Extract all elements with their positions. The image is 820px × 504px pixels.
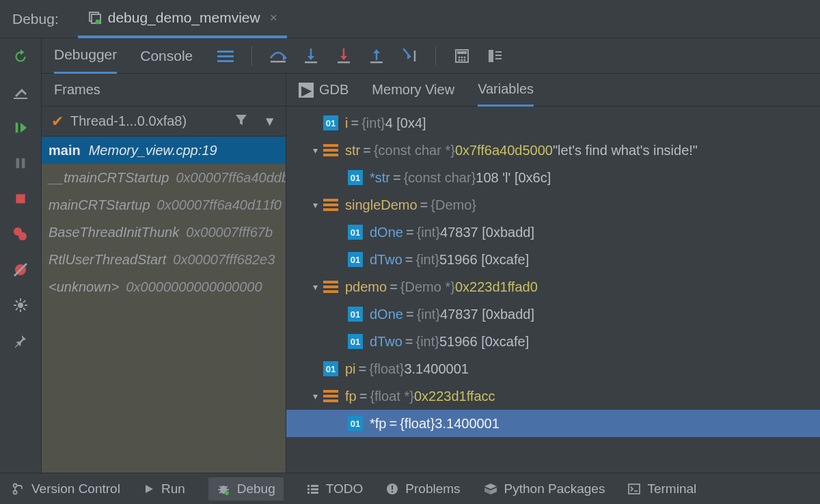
debug-sidebar <box>0 38 42 473</box>
variable-value: 47837 [0xbadd] <box>440 307 534 322</box>
bottom-toolbar: Version Control Run Debug TODO Problems … <box>0 473 820 504</box>
variable-name: fp <box>345 389 357 404</box>
thread-selector[interactable]: ✔ Thread-1...0.0xfa8) ▼ <box>42 107 286 137</box>
variable-row[interactable]: 01dOne = {int} 47837 [0xbadd] <box>286 219 820 246</box>
variable-row[interactable]: ▾pdemo = {Demo *} 0x223d1ffad0 <box>286 273 820 300</box>
variable-row[interactable]: 01dOne = {int} 47837 [0xbadd] <box>286 300 820 328</box>
tab-debugger[interactable]: Debugger <box>54 38 117 74</box>
run-tool[interactable]: Run <box>144 481 185 496</box>
pause-button[interactable] <box>9 152 32 175</box>
vcs-label: Version Control <box>31 481 120 496</box>
debug-label: Debug: <box>12 11 59 27</box>
svg-rect-63 <box>308 485 310 487</box>
expand-icon[interactable]: ▾ <box>307 145 323 156</box>
vcs-tool[interactable]: Version Control <box>12 481 120 496</box>
show-threads-icon[interactable] <box>216 46 235 66</box>
rerun-button[interactable] <box>9 45 32 68</box>
svg-marker-54 <box>146 485 153 493</box>
debug-settings-button[interactable] <box>9 294 32 317</box>
debug-content: Debugger Console Frames ✔ <box>42 38 820 473</box>
svg-rect-8 <box>16 194 25 203</box>
variable-name: dTwo <box>370 334 402 350</box>
primitive-icon: 01 <box>348 252 363 267</box>
frame-function: <unknown> <box>49 279 119 295</box>
variable-value: 51966 [0xcafe] <box>439 252 529 268</box>
problems-label: Problems <box>405 481 460 496</box>
terminal-tool[interactable]: Terminal <box>628 481 696 496</box>
variable-type: {int} <box>416 334 439 350</box>
variable-value: 3.1400001 <box>404 361 469 377</box>
lower-split: Frames ✔ Thread-1...0.0xfa8) ▼ main Memo… <box>42 74 820 473</box>
run-config-tab[interactable]: debug_demo_memview × <box>78 0 287 38</box>
run-to-cursor-icon[interactable] <box>400 46 419 66</box>
tab-memory-view[interactable]: Memory View <box>372 74 454 107</box>
svg-rect-75 <box>629 484 640 494</box>
filter-icon[interactable] <box>234 113 248 130</box>
variable-type: {float *} <box>370 389 414 404</box>
step-over-icon[interactable] <box>269 46 288 66</box>
stack-frame[interactable]: __tmainCRTStartup 0x00007ff6a40ddbc0 <box>42 164 286 191</box>
svg-line-19 <box>23 308 25 310</box>
thread-dump-icon[interactable] <box>485 46 504 66</box>
variable-tree: 01i = {int} 4 [0x4]▾str = {const char *}… <box>286 107 820 473</box>
view-breakpoints-button[interactable] <box>9 223 32 246</box>
close-icon[interactable]: × <box>270 10 277 25</box>
stack-frame[interactable]: BaseThreadInitThunk 0x00007fff67b <box>42 219 286 246</box>
frame-location: Memory_view.cpp:19 <box>89 143 217 158</box>
primitive-icon: 01 <box>348 334 363 349</box>
expand-icon[interactable]: ▾ <box>307 391 323 402</box>
pypkg-label: Python Packages <box>504 481 605 496</box>
variable-type: {const char *} <box>374 143 455 158</box>
step-into-icon[interactable] <box>301 46 320 66</box>
variable-type: {int} <box>417 307 440 322</box>
python-packages-tool[interactable]: Python Packages <box>484 481 605 496</box>
variable-row[interactable]: 01i = {int} 4 [0x4] <box>286 109 820 137</box>
svg-point-53 <box>14 490 17 494</box>
variable-name: *fp <box>370 416 386 432</box>
stack-frame[interactable]: mainCRTStartup 0x00007ff6a40d11f0 <box>42 191 286 219</box>
variable-name: singleDemo <box>345 197 418 213</box>
variable-row[interactable]: ▾singleDemo = {Demo} <box>286 191 820 219</box>
debugger-toolbar: Debugger Console <box>42 38 820 74</box>
variable-row[interactable]: 01dTwo = {int} 51966 [0xcafe] <box>286 328 820 355</box>
run-config-icon <box>87 10 102 25</box>
frame-function: BaseThreadInitThunk <box>49 225 179 240</box>
todo-tool[interactable]: TODO <box>307 481 364 496</box>
variable-value: 4 [0x4] <box>385 115 426 131</box>
resume-button[interactable] <box>9 116 32 139</box>
dropdown-icon[interactable]: ▼ <box>263 114 276 129</box>
variable-row[interactable]: 01*str = {const char} 108 'l' [0x6c] <box>286 164 820 191</box>
expand-icon[interactable]: ▾ <box>307 281 323 292</box>
variable-name: dTwo <box>370 252 402 268</box>
tab-gdb[interactable]: ▶ GDB <box>299 74 348 107</box>
force-step-into-icon[interactable] <box>334 46 353 66</box>
stack-frame[interactable]: main Memory_view.cpp:19 <box>42 137 286 164</box>
tab-console[interactable]: Console <box>140 38 193 74</box>
problems-tool[interactable]: Problems <box>386 481 460 496</box>
svg-marker-72 <box>484 484 497 489</box>
variable-address: 0x223d1ffad0 <box>455 279 538 295</box>
pin-button[interactable] <box>9 329 32 352</box>
svg-rect-66 <box>311 488 318 490</box>
primitive-icon: 01 <box>348 170 363 185</box>
stop-button[interactable] <box>9 187 32 210</box>
settings-button[interactable] <box>9 81 32 104</box>
frame-location: 0x00007ff6a40ddbc0 <box>176 170 286 186</box>
svg-rect-29 <box>305 61 317 64</box>
variable-row[interactable]: 01*fp = {float} 3.1400001 <box>286 410 820 437</box>
variable-value: 47837 [0xbadd] <box>440 225 534 240</box>
expand-icon[interactable]: ▾ <box>307 199 323 210</box>
mute-breakpoints-button[interactable] <box>9 258 32 281</box>
frame-location: 0x00007fff67b <box>186 225 273 240</box>
evaluate-icon[interactable] <box>452 46 472 66</box>
stack-frame[interactable]: RtlUserThreadStart 0x00007fff682e3 <box>42 246 286 273</box>
run-label: Run <box>161 481 185 496</box>
tab-variables[interactable]: Variables <box>478 74 534 107</box>
stack-frame[interactable]: <unknown> 0x0000000000000000 <box>42 273 286 300</box>
variable-row[interactable]: 01dTwo = {int} 51966 [0xcafe] <box>286 246 820 273</box>
debug-tool[interactable]: Debug <box>208 477 284 501</box>
variable-row[interactable]: ▾str = {const char *} 0x7ff6a40d5000 "le… <box>286 137 820 164</box>
step-out-icon[interactable] <box>367 46 386 66</box>
variable-row[interactable]: 01pi = {float} 3.1400001 <box>286 355 820 382</box>
variable-row[interactable]: ▾fp = {float *} 0x223d1ffacc <box>286 382 820 410</box>
